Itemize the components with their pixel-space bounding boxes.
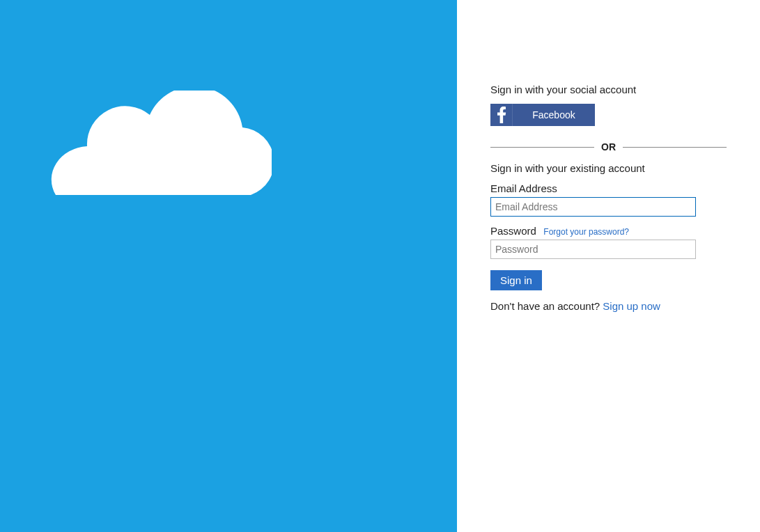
facebook-button[interactable]: Facebook [490,104,595,126]
password-field[interactable] [490,240,696,259]
facebook-icon [490,104,513,126]
hero-panel [0,0,457,532]
divider: OR [490,141,727,152]
email-field[interactable] [490,197,696,217]
email-label: Email Address [490,182,557,194]
password-label: Password [490,225,536,237]
signin-panel: Sign in with your social account Faceboo… [457,0,760,532]
cloud-icon [35,91,272,205]
or-text: OR [594,141,623,152]
existing-heading: Sign in with your existing account [490,162,727,174]
signup-prompt: Don't have an account? [490,300,603,312]
signin-button[interactable]: Sign in [490,270,542,290]
signup-link[interactable]: Sign up now [603,300,660,312]
facebook-label: Facebook [513,109,595,120]
social-heading: Sign in with your social account [490,84,727,95]
forgot-password-link[interactable]: Forgot your password? [543,227,629,237]
